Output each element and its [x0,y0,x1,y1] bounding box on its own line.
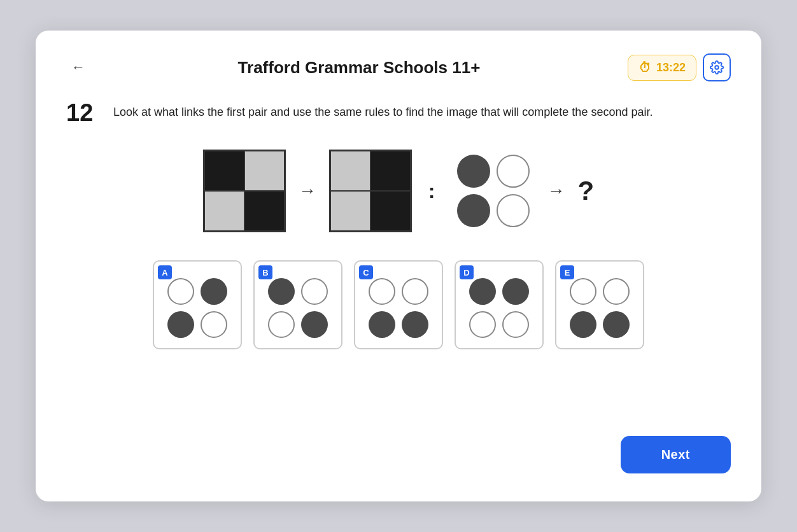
option-d-c4 [502,311,530,339]
option-d-c1 [469,277,497,305]
question-text: Look at what links the first pair and us… [113,99,652,122]
colon: : [428,179,435,203]
svg-point-16 [402,311,428,338]
svg-point-6 [201,278,227,305]
settings-button[interactable] [703,53,731,81]
circles-group [452,150,535,232]
header-right: ⏱ 13:22 [628,53,731,81]
svg-point-11 [269,312,294,337]
option-a-label: A [158,265,172,279]
svg-point-22 [603,279,629,304]
option-d-label: D [460,265,474,279]
svg-point-2 [497,155,529,187]
circle-outline-tr [495,153,531,189]
option-b-c4 [300,311,328,339]
question-section: 12 Look at what links the first pair and… [66,99,731,127]
grid1 [203,150,286,232]
svg-point-21 [570,279,596,304]
option-c-c1 [368,277,396,305]
svg-point-8 [201,312,227,337]
svg-point-9 [268,278,295,305]
svg-point-20 [503,312,528,337]
option-a[interactable]: A [153,260,242,349]
grid2-cell-tl [330,151,370,191]
svg-point-17 [469,278,496,305]
arrow2: → [547,181,565,201]
option-d[interactable]: D [455,260,544,349]
svg-point-15 [369,311,395,338]
svg-point-24 [603,311,630,338]
svg-point-7 [167,311,194,338]
svg-point-3 [457,194,490,227]
option-e-c3 [569,311,597,339]
svg-point-12 [301,311,328,338]
header: ← Trafford Grammar Schools 11+ ⏱ 13:22 [66,53,731,81]
option-a-c1 [167,277,195,305]
option-c-c4 [401,311,429,339]
page-title: Trafford Grammar Schools 11+ [90,58,628,78]
circle-outline-br [495,193,531,228]
option-c[interactable]: C [354,260,443,349]
grid2-cell-tr [370,151,411,191]
puzzle-area: → : → ? [66,150,731,232]
option-c-label: C [359,265,373,279]
option-e[interactable]: E [555,260,644,349]
svg-point-10 [302,279,327,304]
option-e-c2 [602,277,630,305]
option-c-c3 [368,311,396,339]
svg-point-4 [497,195,529,227]
arrow1: → [299,181,316,201]
svg-point-0 [715,66,719,69]
timer-icon: ⏱ [638,60,651,75]
grid2-cell-bl [330,191,370,231]
option-a-c3 [167,311,195,339]
option-d-c2 [502,277,530,305]
option-d-c3 [469,311,497,339]
svg-point-14 [402,279,428,304]
grid1-cell-tl [204,151,244,191]
timer-badge: ⏱ 13:22 [628,55,696,81]
option-a-c4 [200,311,228,339]
svg-point-23 [570,311,596,338]
option-c-c2 [401,277,429,305]
back-button[interactable]: ← [66,57,90,78]
option-e-c1 [569,277,597,305]
svg-point-5 [168,279,194,304]
option-a-c2 [200,277,228,305]
svg-point-19 [470,312,495,337]
svg-point-13 [369,279,395,304]
question-number: 12 [66,99,98,127]
option-b[interactable]: B [253,260,342,349]
option-e-label: E [560,265,574,279]
svg-point-18 [502,278,529,305]
question-mark: ? [578,176,595,206]
grid2 [329,150,412,232]
circle-dark-tl [456,153,491,189]
grid1-cell-bl [204,191,244,231]
option-b-c2 [300,277,328,305]
options-row: A B C [66,260,731,349]
option-b-label: B [258,265,272,279]
main-card: ← Trafford Grammar Schools 11+ ⏱ 13:22 1… [36,31,761,501]
grid2-cell-br [370,191,411,231]
timer-value: 13:22 [656,61,686,74]
gear-icon [710,60,724,74]
option-e-c4 [602,311,630,339]
circle-dark-bl [456,193,491,228]
svg-point-1 [457,155,490,188]
grid1-cell-br [244,191,285,231]
next-button[interactable]: Next [621,436,731,473]
option-b-c3 [267,311,295,339]
grid1-cell-tr [244,151,285,191]
option-b-c1 [267,277,295,305]
